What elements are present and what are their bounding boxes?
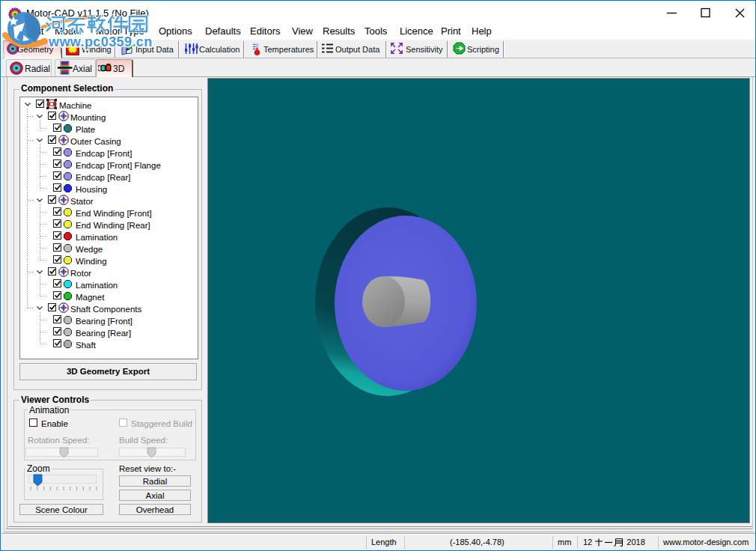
svg-text:www.pc0359.cn: www.pc0359.cn — [48, 34, 153, 49]
